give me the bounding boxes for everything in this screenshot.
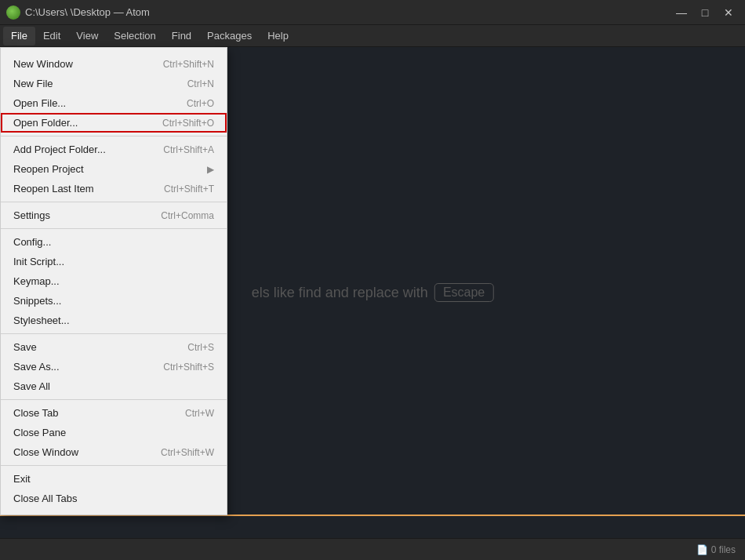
file-menu-section-4: Config... Init Script... Keymap... Snipp… <box>1 229 227 334</box>
menu-settings-label: Settings <box>13 209 161 221</box>
menu-open-file[interactable]: Open File... Ctrl+O <box>1 93 227 113</box>
menu-init-script[interactable]: Init Script... <box>1 252 227 271</box>
menu-add-project-folder-shortcut: Ctrl+Shift+A <box>163 144 214 155</box>
submenu-arrow-icon: ▶ <box>207 164 214 175</box>
file-menu-section-3: Settings Ctrl+Comma <box>1 202 227 229</box>
menu-close-window-shortcut: Ctrl+Shift+W <box>161 447 214 458</box>
menu-close-window[interactable]: Close Window Ctrl+Shift+W <box>1 442 227 462</box>
menu-item-find[interactable]: Find <box>164 27 199 45</box>
title-bar: C:\Users\ \Desktop — Atom — □ ✕ <box>0 0 745 25</box>
menu-save-all-label: Save All <box>13 380 214 392</box>
menu-snippets[interactable]: Snippets... <box>1 291 227 311</box>
menu-add-project-folder[interactable]: Add Project Folder... Ctrl+Shift+A <box>1 140 227 159</box>
menu-open-file-label: Open File... <box>13 97 187 109</box>
menu-reopen-project[interactable]: Reopen Project ▶ <box>1 159 227 179</box>
menu-close-pane[interactable]: Close Pane <box>1 423 227 442</box>
menu-new-file-shortcut: Ctrl+N <box>187 78 214 89</box>
menu-stylesheet-label: Stylesheet... <box>13 315 214 326</box>
window-title: C:\Users\ \Desktop — Atom <box>25 6 150 18</box>
file-menu-section-5: Save Ctrl+S Save As... Ctrl+Shift+S Save… <box>1 334 227 400</box>
files-count: 📄 0 files <box>696 544 736 555</box>
menu-close-tab-shortcut: Ctrl+W <box>185 408 214 419</box>
file-menu-section-6: Close Tab Ctrl+W Close Pane Close Window… <box>1 400 227 466</box>
file-icon: 📄 <box>696 544 708 555</box>
hint-text: els like find and replace with <box>252 285 428 301</box>
menu-close-pane-label: Close Pane <box>13 427 214 438</box>
menu-config-label: Config... <box>13 236 214 248</box>
menu-snippets-label: Snippets... <box>13 295 214 307</box>
menu-open-folder-shortcut: Ctrl+Shift+O <box>162 118 214 129</box>
menu-save-as-label: Save As... <box>13 361 163 373</box>
menu-new-window[interactable]: New Window Ctrl+Shift+N <box>1 54 227 74</box>
menu-init-script-label: Init Script... <box>13 256 214 267</box>
menu-reopen-last-item-shortcut: Ctrl+Shift+T <box>164 184 214 195</box>
menu-keymap[interactable]: Keymap... <box>1 271 227 291</box>
close-button[interactable]: ✕ <box>718 5 739 20</box>
menu-save-as[interactable]: Save As... Ctrl+Shift+S <box>1 357 227 376</box>
menu-exit[interactable]: Exit <box>1 469 227 489</box>
main-content: New Window Ctrl+Shift+N New File Ctrl+N … <box>0 47 745 538</box>
menu-item-edit[interactable]: Edit <box>35 27 68 45</box>
window-controls: — □ ✕ <box>671 5 739 20</box>
menu-add-project-folder-label: Add Project Folder... <box>13 144 163 155</box>
menu-keymap-label: Keymap... <box>13 275 214 287</box>
menu-close-all-tabs[interactable]: Close All Tabs <box>1 489 227 508</box>
menu-new-file[interactable]: New File Ctrl+N <box>1 74 227 93</box>
file-dropdown-menu: New Window Ctrl+Shift+N New File Ctrl+N … <box>0 47 227 515</box>
menu-close-tab-label: Close Tab <box>13 407 185 419</box>
title-bar-left: C:\Users\ \Desktop — Atom <box>6 5 150 20</box>
menu-save-label: Save <box>13 341 187 353</box>
menu-item-packages[interactable]: Packages <box>199 27 260 45</box>
menu-settings-shortcut: Ctrl+Comma <box>161 210 214 221</box>
menu-close-window-label: Close Window <box>13 446 161 458</box>
menu-open-folder-label: Open Folder... <box>13 117 162 129</box>
menu-item-help[interactable]: Help <box>260 27 296 45</box>
file-menu-section-7: Exit Close All Tabs <box>1 466 227 511</box>
atom-icon <box>6 5 20 20</box>
maximize-button[interactable]: □ <box>695 5 715 20</box>
editor-hint: els like find and replace with Escape <box>252 283 494 302</box>
menu-reopen-last-item[interactable]: Reopen Last Item Ctrl+Shift+T <box>1 179 227 198</box>
menu-stylesheet[interactable]: Stylesheet... <box>1 311 227 330</box>
menu-config[interactable]: Config... <box>1 232 227 252</box>
menu-new-window-label: New Window <box>13 58 163 70</box>
menu-close-tab[interactable]: Close Tab Ctrl+W <box>1 403 227 423</box>
menu-reopen-project-label: Reopen Project <box>13 163 207 175</box>
menu-settings[interactable]: Settings Ctrl+Comma <box>1 205 227 225</box>
menu-exit-label: Exit <box>13 473 214 485</box>
menu-close-all-tabs-label: Close All Tabs <box>13 493 214 504</box>
menu-new-window-shortcut: Ctrl+Shift+N <box>163 59 214 70</box>
menu-save[interactable]: Save Ctrl+S <box>1 337 227 357</box>
menu-open-folder[interactable]: Open Folder... Ctrl+Shift+O <box>1 113 227 133</box>
menu-reopen-last-item-label: Reopen Last Item <box>13 183 164 195</box>
minimize-button[interactable]: — <box>671 5 692 20</box>
menu-item-file[interactable]: File <box>3 27 35 45</box>
status-bar: 📄 0 files <box>0 538 745 560</box>
menu-save-as-shortcut: Ctrl+Shift+S <box>163 362 214 373</box>
escape-badge: Escape <box>434 283 493 302</box>
menu-bar: File Edit View Selection Find Packages H… <box>0 25 745 47</box>
menu-save-shortcut: Ctrl+S <box>187 342 214 353</box>
menu-item-view[interactable]: View <box>68 27 106 45</box>
menu-save-all[interactable]: Save All <box>1 376 227 396</box>
files-label: 0 files <box>711 544 736 555</box>
file-menu-section-1: New Window Ctrl+Shift+N New File Ctrl+N … <box>1 51 227 136</box>
file-menu-section-2: Add Project Folder... Ctrl+Shift+A Reope… <box>1 136 227 202</box>
menu-item-selection[interactable]: Selection <box>106 27 163 45</box>
menu-new-file-label: New File <box>13 78 187 89</box>
menu-open-file-shortcut: Ctrl+O <box>187 98 214 109</box>
